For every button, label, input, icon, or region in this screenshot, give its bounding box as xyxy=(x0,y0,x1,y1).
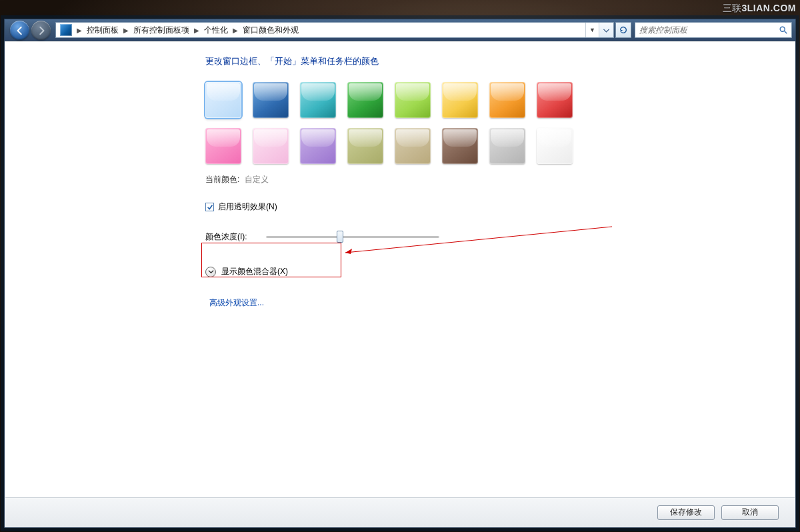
current-color-label: 当前颜色: xyxy=(205,175,239,184)
arrow-right-icon xyxy=(37,26,46,35)
content: 更改窗口边框、「开始」菜单和任务栏的颜色 当前颜色: 自定义 启用透明效果(N)… xyxy=(205,55,755,309)
transparency-label[interactable]: 启用透明效果(N) xyxy=(218,201,277,213)
intensity-slider[interactable] xyxy=(266,230,439,243)
back-button[interactable] xyxy=(10,21,29,40)
svg-marker-3 xyxy=(345,249,352,254)
color-swatch-lpink[interactable] xyxy=(253,128,289,164)
svg-point-0 xyxy=(780,27,785,31)
expand-button[interactable] xyxy=(205,267,216,277)
watermark-suffix: 3LIAN.COM xyxy=(742,3,797,13)
footer-bar: 保存修改 取消 xyxy=(5,497,795,527)
slider-track xyxy=(266,236,439,238)
color-swatch-khaki[interactable] xyxy=(395,128,431,164)
arrow-left-icon xyxy=(15,26,25,35)
forward-button xyxy=(31,21,51,40)
crumb-window-color[interactable]: 窗口颜色和外观 xyxy=(240,23,301,37)
color-swatch-white[interactable] xyxy=(537,128,573,164)
current-color-value: 自定义 xyxy=(245,175,269,184)
crumb-control-panel[interactable]: 控制面板 xyxy=(84,23,121,37)
refresh-icon xyxy=(619,25,628,35)
swatch-row-2 xyxy=(205,128,755,164)
mixer-label: 显示颜色混合器(X) xyxy=(221,266,288,277)
chevron-right-icon[interactable]: ▶ xyxy=(192,27,201,34)
color-swatch-green[interactable] xyxy=(347,82,383,118)
chevron-down-icon xyxy=(602,26,611,35)
intensity-label: 颜色浓度(I): xyxy=(205,231,247,243)
color-swatch-teal[interactable] xyxy=(300,82,336,118)
slider-thumb[interactable] xyxy=(337,231,343,243)
control-panel-icon xyxy=(60,24,72,36)
current-color: 当前颜色: 自定义 xyxy=(205,174,755,185)
color-swatch-sky[interactable] xyxy=(205,82,241,118)
crumb-personalization[interactable]: 个性化 xyxy=(201,23,231,37)
chevron-down-icon xyxy=(208,269,214,275)
color-swatch-brown[interactable] xyxy=(442,128,478,164)
transparency-checkbox[interactable] xyxy=(205,203,214,211)
content-pane: 更改窗口边框、「开始」菜单和任务栏的颜色 当前颜色: 自定义 启用透明效果(N)… xyxy=(5,42,795,527)
intensity-row: 颜色浓度(I): xyxy=(205,230,755,243)
advanced-appearance-link[interactable]: 高级外观设置... xyxy=(209,298,264,307)
crumb-all-items[interactable]: 所有控制面板项 xyxy=(131,23,192,37)
titlebar: ▶ 控制面板 ▶ 所有控制面板项 ▶ 个性化 ▶ 窗口颜色和外观 ▼ xyxy=(5,19,795,41)
color-swatch-grey[interactable] xyxy=(489,128,525,164)
svg-line-1 xyxy=(785,31,787,34)
color-swatch-lime[interactable] xyxy=(395,82,431,118)
transparency-row: 启用透明效果(N) xyxy=(205,201,755,213)
watermark: 三联3LIAN.COM xyxy=(723,3,797,15)
chevron-right-icon[interactable]: ▶ xyxy=(231,27,240,34)
color-swatch-purple[interactable] xyxy=(300,128,336,164)
swatch-row-1 xyxy=(205,82,755,118)
address-history-button[interactable] xyxy=(599,23,613,37)
refresh-button[interactable] xyxy=(615,22,631,38)
color-swatch-amber[interactable] xyxy=(442,82,478,118)
address-dropdown[interactable]: ▼ xyxy=(585,23,599,37)
window-frame: ▶ 控制面板 ▶ 所有控制面板项 ▶ 个性化 ▶ 窗口颜色和外观 ▼ xyxy=(4,19,796,528)
chevron-right-icon[interactable]: ▶ xyxy=(75,27,84,34)
color-swatch-olive[interactable] xyxy=(347,128,383,164)
chevron-right-icon[interactable]: ▶ xyxy=(121,27,131,34)
search-box[interactable] xyxy=(635,22,792,38)
address-bar[interactable]: ▶ 控制面板 ▶ 所有控制面板项 ▶ 个性化 ▶ 窗口颜色和外观 ▼ xyxy=(55,22,614,38)
color-mixer-toggle[interactable]: 显示颜色混合器(X) xyxy=(205,266,755,277)
save-button[interactable]: 保存修改 xyxy=(657,505,715,520)
page-title: 更改窗口边框、「开始」菜单和任务栏的颜色 xyxy=(205,55,755,67)
check-icon xyxy=(207,204,213,211)
watermark-prefix: 三联 xyxy=(723,3,742,13)
color-swatch-blue[interactable] xyxy=(253,82,289,118)
color-swatch-pink[interactable] xyxy=(205,128,241,164)
search-input[interactable] xyxy=(635,23,775,37)
cancel-button[interactable]: 取消 xyxy=(721,505,779,520)
search-icon xyxy=(779,25,788,35)
search-button[interactable] xyxy=(775,23,791,37)
color-swatch-orange[interactable] xyxy=(489,82,525,118)
color-swatch-red[interactable] xyxy=(537,82,573,118)
